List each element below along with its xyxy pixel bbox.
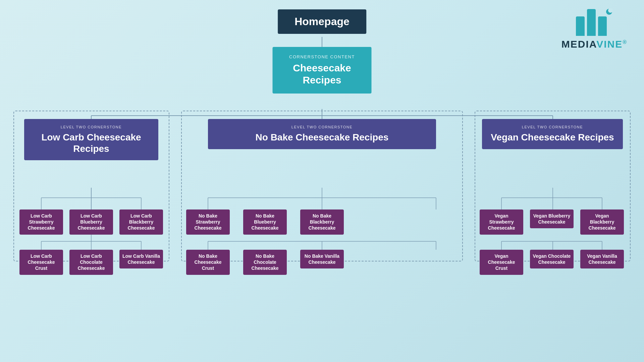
leaf-low-carb-vanilla: Low Carb Vanilla Cheesecake bbox=[119, 250, 163, 268]
level-two-center-title: No Bake Cheesecake Recipes bbox=[215, 132, 429, 143]
leaf-low-carb-blueberry: Low Carb Blueberry Cheesecake bbox=[69, 209, 113, 235]
leaf-no-bake-blackberry: No Bake Blackberry Cheesecake bbox=[300, 209, 344, 235]
leaf-low-carb-crust: Low Carb Cheesecake Crust bbox=[19, 250, 63, 275]
cornerstone-box: CORNERSTONE CONTENT Cheesecake Recipes bbox=[273, 47, 372, 94]
leaf-vegan-strawberry: Vegan Strawberry Cheesecake bbox=[480, 209, 523, 235]
leaf-no-bake-vanilla: No Bake Vanilla Cheesecake bbox=[300, 250, 344, 268]
level-two-left: LEVEL TWO CORNERSTONE Low Carb Cheesecak… bbox=[24, 119, 158, 160]
leaf-no-bake-chocolate: No Bake Chocolate Cheesecake bbox=[243, 250, 287, 275]
logo-bar-left bbox=[576, 16, 585, 36]
logo-wordmark: MEDIAVINE® bbox=[561, 39, 627, 50]
level-two-left-title: Low Carb Cheesecake Recipes bbox=[31, 132, 152, 154]
level-two-center-label: LEVEL TWO CORNERSTONE bbox=[215, 125, 429, 129]
logo-leaf-svg bbox=[606, 8, 612, 15]
leaf-vegan-crust: Vegan Cheesecake Crust bbox=[480, 250, 523, 275]
leaf-low-carb-strawberry: Low Carb Strawberry Cheesecake bbox=[19, 209, 63, 235]
leaf-low-carb-chocolate: Low Carb Chocolate Cheesecake bbox=[69, 250, 113, 275]
leaf-vegan-vanilla: Vegan Vanilla Cheesecake bbox=[580, 250, 624, 268]
leaf-no-bake-strawberry: No Bake Strawberry Cheesecake bbox=[186, 209, 230, 235]
cornerstone-label: CORNERSTONE CONTENT bbox=[286, 54, 358, 59]
leaf-no-bake-crust: No Bake Cheesecake Crust bbox=[186, 250, 230, 275]
logo-bar-center bbox=[587, 9, 596, 36]
mediavine-logo: MEDIAVINE® bbox=[561, 8, 627, 50]
homepage-box: Homepage bbox=[278, 9, 366, 34]
level-two-right-label: LEVEL TWO CORNERSTONE bbox=[489, 125, 616, 129]
level-two-center: LEVEL TWO CORNERSTONE No Bake Cheesecake… bbox=[208, 119, 436, 149]
level-two-right: LEVEL TWO CORNERSTONE Vegan Cheesecake R… bbox=[482, 119, 623, 149]
level-two-right-title: Vegan Cheesecake Recipes bbox=[489, 132, 616, 143]
leaf-vegan-chocolate: Vegan Chocolate Cheesecake bbox=[530, 250, 574, 268]
leaf-vegan-blueberry: Vegan Blueberry Cheesecake bbox=[530, 209, 574, 228]
cornerstone-title: Cheesecake Recipes bbox=[286, 62, 358, 86]
leaf-low-carb-blackberry: Low Carb Blackberry Cheesecake bbox=[119, 209, 163, 235]
level-two-left-label: LEVEL TWO CORNERSTONE bbox=[31, 125, 152, 129]
leaf-vegan-blackberry: Vegan Blackberry Cheesecake bbox=[580, 209, 624, 235]
logo-bar-right bbox=[598, 16, 607, 36]
leaf-no-bake-blueberry: No Bake Blueberry Cheesecake bbox=[243, 209, 287, 235]
